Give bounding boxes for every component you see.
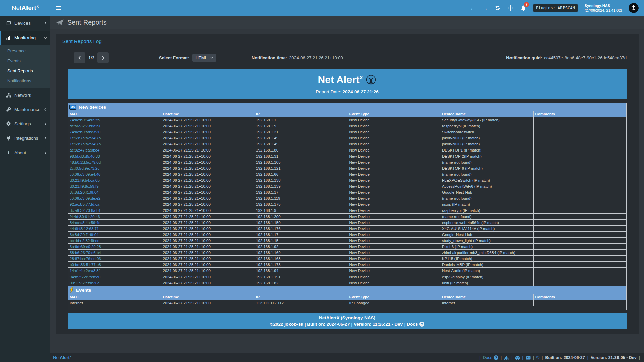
sidebar-item-label: About [14,150,26,155]
table-cell [533,220,627,226]
notifications-bell-button[interactable]: 7 [520,5,526,11]
sidebar-item-label: Network [14,93,31,98]
table-cell: 192.168.1.151 [254,274,347,280]
next-page-button[interactable] [97,52,109,63]
format-select[interactable]: HTML [192,54,216,62]
lightning-icon [69,287,74,293]
table-cell: raspberrypi (IP match) [440,123,534,129]
table-row: 1c:69:7a:a2:34:7b2024-06-27 21:25:21+10:… [68,141,627,147]
table-cell: New Device [347,280,440,286]
main-area: Sent Reports Sent Reports Log 1/3 Select… [50,16,644,353]
chevron-down-icon [210,57,213,59]
table-cell: (name not found) [440,195,534,201]
table-cell [533,135,627,141]
footer-brand-link[interactable]: NetAlertX [53,355,71,360]
user-avatar[interactable] [629,3,639,13]
table-cell [533,183,627,189]
table-cell: DESKTOP-6 (IP match) [440,165,534,171]
arrows-move-icon[interactable] [507,5,514,11]
column-header: IP [254,111,347,117]
sidebar-item-events[interactable]: Events [0,56,50,66]
table-cell: New Device [347,165,440,171]
sidebar-toggle-button[interactable] [50,0,66,16]
table-cell: 2024-06-27 21:25:21+10:00 [161,195,254,201]
table-cell: 2024-06-27 21:25:21+10:00 [161,256,254,262]
mac-cell: 3a:9d:69:e0:29:28 [68,244,161,250]
gear-icon [6,121,11,126]
sidebar-item-monitoring[interactable]: Monitoring [0,31,50,45]
report-footer: NetAlertX (Synology-NAS) ©2022 jokob-sk … [68,313,627,329]
table-cell: New Device [347,117,440,123]
table-cell: New Device [347,189,440,195]
table-cell [533,268,627,274]
table-cell: New Device [347,135,440,141]
docs-link[interactable]: Docs ? [483,355,498,360]
content-wrapper: Sent Reports Log 1/3 Select Format: HTML [50,29,644,345]
sidebar-item-devices[interactable]: Devices [0,16,50,31]
bug-report-link[interactable] [504,355,509,360]
app-logo[interactable]: NetAlertX [0,0,50,16]
question-circle-icon: ? [419,322,424,327]
sidebar-item-about[interactable]: i About [0,145,50,160]
table-cell: New Device [347,129,440,135]
footer-built-on: Built on: 2024-06-27 [545,355,585,360]
table-row: 58:b6:23:70:d6:b42024-06-27 21:25:21+10:… [68,250,627,256]
sidebar-item-maintenance[interactable]: Maintenance [0,102,50,117]
sidebar-item-integrations[interactable]: Integrations [0,131,50,145]
table-cell [533,141,627,147]
plugins-status-badge[interactable]: Plugins: ARPSCAN [533,4,578,12]
table-header-row: MACDatetimeIPEvent TypeDevice nameCommen… [68,111,627,117]
table-cell: 192.168.1.86 [254,147,347,153]
table-cell: 2024-06-27 21:25:21+10:00 [161,201,254,207]
table-cell: 2024-06-27 21:25:21+10:00 [161,183,254,189]
mac-cell: 28:87:ba:76:ed:03 [68,256,161,262]
table-row: c0:06:c3:09:e4:462024-06-27 21:25:21+10:… [68,171,627,177]
sent-reports-box: Sent Reports Log 1/3 Select Format: HTML [56,34,639,334]
chevron-left-icon [44,122,47,126]
mac-cell: 1c:69:7a:a2:34:7b [68,135,161,141]
table-cell [533,147,627,153]
events-table: MACDatetimeIPEvent TypeDevice nameCommen… [68,294,627,310]
back-arrow-icon[interactable]: ← [470,5,476,11]
table-cell: 192.168.1.138 [254,177,347,183]
copyright-link[interactable]: © [536,355,539,360]
sidebar-item-network[interactable]: Network [0,88,50,102]
table-cell: New Device [347,262,440,268]
table-row: 92:ac:85:77:fd:ca2024-06-27 21:25:21+10:… [68,201,627,207]
sidebar-item-notifications[interactable]: Notifications [0,76,50,86]
question-circle-icon: ? [494,355,498,360]
table-cell: unifi (IP match) [440,280,534,286]
forward-arrow-icon[interactable]: → [482,5,488,11]
sidebar-item-sent-reports[interactable]: Sent Reports [0,66,50,76]
chevron-left-icon [44,136,47,140]
sidebar-item-settings[interactable]: Settings [0,117,50,131]
column-header: Comments [533,294,627,300]
table-row: dc:a6:32:73:8a:b12024-06-27 21:25:21+10:… [68,207,627,214]
table-cell: Switchboardswitch [440,129,534,135]
mac-cell: c0:06:c3:09:de:e2 [68,195,161,201]
table-cell: New Device [347,195,440,201]
table-cell: New Device [347,183,440,189]
email-link[interactable] [526,356,531,360]
table-cell: (name not found) [440,159,534,165]
prev-page-button[interactable] [74,52,85,63]
table-cell: jokob-NUC (IP match) [440,141,534,147]
chevron-down-icon [43,36,47,39]
sidebar-item-presence[interactable]: Presence [0,46,50,56]
table-row: 2c:f0:5d:9e:73:2c2024-06-27 21:25:21+10:… [68,165,627,171]
table-cell: esp32display (IP match) [440,274,534,280]
refresh-icon[interactable] [495,5,501,11]
table-cell [533,129,627,135]
table-cell [533,226,627,232]
table-cell: DESKTOP1 (IP match) [440,147,534,153]
github-link[interactable] [515,355,520,360]
table-cell: 2024-06-27 21:25:21+10:00 [161,238,254,244]
table-cell: 2024-06-27 21:25:21+10:00 [161,268,254,274]
github-icon [515,355,520,360]
column-header: MAC [68,294,161,300]
table-cell: New Device [347,153,440,159]
table-cell: New Device [347,207,440,214]
table-cell [533,207,627,214]
logo-text: NetAlertX [12,4,39,12]
table-cell: New Device [347,177,440,183]
